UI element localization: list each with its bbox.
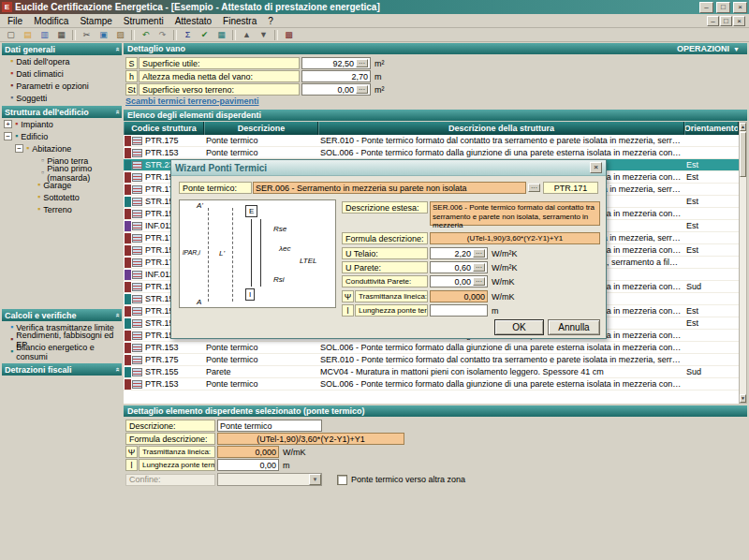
dialog-close-button[interactable]: × (590, 162, 602, 173)
column-header-struttura[interactable]: Descrizione della struttura (318, 122, 684, 135)
formula-value-box[interactable]: (UTel-1,90)/3,60*(Y2-Y1)+Y1 (217, 433, 404, 445)
table-row[interactable]: PTR.175 Ponte termico SER.010 - Ponte te… (124, 354, 739, 366)
expander-icon[interactable] (26, 193, 35, 201)
tree-item[interactable]: − ▪ Edificio (2, 130, 122, 142)
trasmittanza-lineica-input[interactable]: 0,000 (430, 290, 488, 302)
expander-icon[interactable] (30, 156, 38, 165)
toolbar-button[interactable]: ▥ (37, 29, 52, 41)
expander-icon[interactable] (26, 205, 35, 214)
lunghezza-ponte-input[interactable] (430, 304, 488, 317)
ok-button[interactable]: OK (494, 319, 544, 335)
toolbar-button[interactable]: ▣ (95, 29, 111, 41)
collapse-icon[interactable]: » (112, 47, 121, 51)
toolbar-button[interactable]: ▨ (112, 29, 128, 41)
toolbar-button[interactable]: ↶ (138, 29, 154, 41)
toolbar-button[interactable]: ▦ (53, 29, 69, 41)
descrizione-input[interactable]: Ponte termico (217, 420, 322, 432)
collapse-icon[interactable]: » (112, 110, 121, 113)
section-header-detrazioni[interactable]: Detrazioni fiscali » (2, 363, 122, 376)
tree-item[interactable]: − ▪ Abitazione (2, 142, 122, 155)
ellipsis-button[interactable]: ··· (473, 263, 485, 272)
superficie-terreno-input[interactable]: 0,00 ··· (301, 83, 371, 96)
tree-item[interactable]: ▫ Piano primo (mansarda) (2, 167, 122, 179)
menu-item[interactable]: Strumenti (118, 15, 169, 27)
sidebar-item[interactable]: ▪ Soggetti (2, 92, 122, 104)
ellipsis-button[interactable]: ··· (473, 249, 485, 258)
collapse-icon[interactable]: » (112, 367, 121, 371)
conduttivita-input[interactable]: 0,00 ··· (430, 275, 488, 287)
lunghezza-input[interactable]: 0,00 (217, 459, 279, 471)
toolbar-button[interactable]: ▤ (20, 29, 36, 41)
toolbar-button[interactable]: ✔ (197, 29, 213, 41)
menu-item[interactable]: Stampe (74, 15, 117, 27)
link-scambi-termici[interactable]: Scambi termici terreno-pavimenti (125, 96, 259, 106)
toolbar-button[interactable]: ▢ (3, 29, 19, 41)
toolbar-button[interactable] (72, 30, 76, 40)
column-header-orientamento[interactable]: Orientamento (684, 122, 739, 135)
tree-item[interactable]: + ▪ Impianto (2, 118, 122, 130)
toolbar-button[interactable]: ▲ (239, 29, 255, 41)
toolbar-button[interactable] (274, 30, 278, 40)
toolbar-button[interactable]: ✂ (79, 29, 95, 41)
expander-icon[interactable] (26, 181, 35, 189)
tree-item[interactable]: ▪ Sottotetto (2, 191, 122, 203)
ponte-ellipsis-button[interactable]: ··· (528, 184, 540, 192)
toolbar-button[interactable] (232, 30, 236, 40)
ellipsis-button[interactable]: ··· (473, 277, 485, 286)
scroll-down-button[interactable]: ▼ (740, 394, 746, 403)
column-header-descrizione[interactable]: Descrizione (204, 122, 318, 135)
menu-item[interactable]: File (2, 15, 28, 27)
altezza-input[interactable]: 2,70 (301, 70, 371, 82)
toolbar-button[interactable] (173, 30, 177, 40)
superficie-utile-input[interactable]: 92,50 ··· (301, 57, 371, 69)
section-header-struttura[interactable]: Struttura dell'edificio » (2, 106, 122, 118)
expander-icon[interactable]: + (4, 120, 12, 128)
confine-dropdown[interactable]: ▼ (217, 473, 322, 486)
mdi-restore-button[interactable]: □ (720, 16, 732, 26)
ponte-termico-select[interactable]: SER.006 - Serramento in mezzeria su pare… (253, 182, 526, 194)
close-button[interactable]: × (733, 2, 747, 13)
column-header-codice[interactable]: Codice struttura (124, 122, 204, 135)
sidebar-item[interactable]: ▪ Bilancio energetico e consumi (2, 346, 122, 358)
toolbar-button[interactable]: Σ (180, 29, 196, 41)
mdi-close-button[interactable]: × (733, 16, 745, 26)
sidebar-item[interactable]: ▪ Dati climatici (2, 67, 122, 80)
ellipsis-button[interactable]: ··· (356, 85, 368, 94)
minimize-button[interactable]: – (699, 2, 713, 13)
sidebar-item[interactable]: ▪ Dati dell'opera (2, 55, 122, 67)
vertical-scrollbar[interactable]: ▲ ▼ (739, 122, 747, 404)
mdi-minimize-button[interactable]: – (707, 16, 719, 26)
operazioni-dropdown[interactable]: OPERAZIONI ▼ (677, 44, 743, 53)
altra-zona-checkbox[interactable] (337, 475, 347, 485)
table-row[interactable]: PTR.153 Ponte termico SOL.006 - Ponte te… (124, 342, 739, 354)
collapse-icon[interactable]: » (112, 313, 121, 317)
ellipsis-button[interactable]: ··· (356, 59, 368, 67)
toolbar-button[interactable] (131, 30, 135, 40)
expander-icon[interactable]: − (15, 144, 23, 153)
toolbar-button[interactable]: ↷ (154, 29, 170, 41)
descrizione-estesa-box[interactable]: SER.006 - Ponte termico formato dal cont… (430, 201, 600, 226)
u-telaio-input[interactable]: 2,20 ··· (430, 247, 488, 259)
sidebar-item[interactable]: ▪ Parametri e opzioni (2, 80, 122, 92)
scroll-up-button[interactable]: ▲ (740, 123, 746, 131)
table-row[interactable]: PTR.175 Ponte termico SER.010 - Ponte te… (124, 135, 739, 147)
trasmittanza-input[interactable]: 0,000 (217, 446, 279, 458)
section-header-calcoli[interactable]: Calcoli e verifiche » (2, 309, 122, 321)
toolbar-button[interactable]: ▼ (256, 29, 272, 41)
toolbar-button[interactable]: ▦ (213, 29, 229, 41)
formula-descrizione-box[interactable]: (UTel-1,90)/3,60*(Y2-Y1)+Y1 (430, 232, 600, 244)
table-row[interactable]: PTR.153 Ponte termico SOL.006 - Ponte te… (124, 378, 739, 391)
maximize-button[interactable]: □ (716, 2, 730, 13)
menu-item[interactable]: ? (262, 15, 279, 27)
table-row[interactable]: PTR.153 Ponte termico SOL.006 - Ponte te… (124, 147, 739, 159)
toolbar-button[interactable]: ▩ (281, 29, 297, 41)
scroll-thumb[interactable] (740, 132, 746, 177)
expander-icon[interactable]: − (4, 132, 12, 140)
menu-item[interactable]: Attestato (169, 15, 217, 27)
section-header-dati-generali[interactable]: Dati generali » (2, 43, 122, 55)
expander-icon[interactable] (30, 169, 38, 177)
table-row[interactable]: STR.155 Parete MCV04 - Muratura in matto… (124, 366, 739, 378)
tree-item[interactable]: ▪ Terreno (2, 203, 122, 215)
menu-item[interactable]: Finestra (217, 15, 262, 27)
menu-item[interactable]: Modifica (28, 15, 74, 27)
